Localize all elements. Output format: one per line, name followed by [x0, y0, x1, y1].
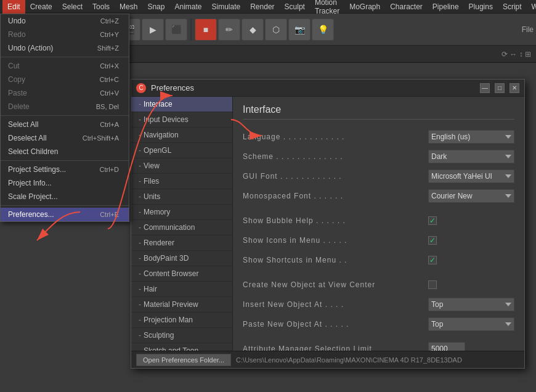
insert-obj-label: Insert New Object At . . . . — [243, 300, 428, 309]
pref-nav-view[interactable]: View — [131, 158, 232, 174]
pref-minimize-btn[interactable]: — — [480, 83, 490, 93]
divider-2 — [1, 115, 129, 116]
paste-obj-select[interactable]: Top — [428, 317, 514, 331]
delete-item[interactable]: Delete BS, Del — [1, 100, 129, 113]
menu-sculpt[interactable]: Sculpt — [280, 0, 310, 14]
insert-obj-row: Insert New Object At . . . . Top — [243, 297, 514, 312]
pref-footer: Open Preferences Folder... C:\Users\Leno… — [131, 351, 524, 368]
pref-nav: InterfaceInput DevicesNavigationOpenGLVi… — [131, 97, 233, 351]
menu-animate[interactable]: Animate — [169, 0, 206, 14]
edit-dropdown: Undo Ctrl+Z Redo Ctrl+Y Undo (Action) Sh… — [0, 14, 129, 222]
icons-menu-row: Show Icons in Menu . . . . . ✓ — [243, 233, 514, 248]
undo-action-item[interactable]: Undo (Action) Shift+Z — [1, 41, 129, 55]
menu-character[interactable]: Character — [385, 0, 428, 14]
gap-1 — [243, 208, 514, 213]
scheme-select[interactable]: Dark — [428, 150, 514, 163]
shortcuts-menu-row: Show Shortcuts in Menu . . ✓ — [243, 253, 514, 267]
select-all-item[interactable]: Select All Ctrl+A — [1, 118, 129, 131]
menu-mograph[interactable]: MoGraph — [344, 0, 385, 14]
menu-mesh[interactable]: Mesh — [115, 0, 142, 14]
bubble-help-checkbox[interactable]: ✓ — [428, 216, 437, 225]
pref-nav-navigation[interactable]: Navigation — [131, 128, 232, 143]
play-btn[interactable]: ▶ — [142, 18, 164, 41]
menu-plugins[interactable]: Plugins — [464, 0, 498, 14]
pref-content: Interface Language . . . . . . . . . . .… — [233, 97, 524, 351]
menu-select[interactable]: Select — [57, 0, 87, 14]
menu-pipeline[interactable]: Pipeline — [428, 0, 464, 14]
mono-font-select[interactable]: Courier New — [428, 189, 514, 203]
menu-simulate[interactable]: Simulate — [207, 0, 246, 14]
menu-bar: Edit Create Select Tools Mesh Snap Anima… — [0, 0, 536, 14]
gui-font-label: GUI Font . . . . . . . . . . . . — [243, 172, 428, 181]
pref-nav-files[interactable]: Files — [131, 174, 232, 189]
light-btn[interactable]: 💡 — [312, 18, 334, 41]
redo-item[interactable]: Redo Ctrl+Y — [1, 28, 129, 41]
gem-btn[interactable]: ◆ — [242, 18, 264, 41]
pref-nav-content-browser[interactable]: Content Browser — [131, 266, 232, 282]
insert-obj-select[interactable]: Top — [428, 298, 514, 311]
pref-maximize-btn[interactable]: □ — [495, 83, 505, 93]
project-settings-item[interactable]: Project Settings... Ctrl+D — [1, 163, 129, 176]
pref-nav-bodypaint-3d[interactable]: BodyPaint 3D — [131, 251, 232, 266]
open-prefs-folder-btn[interactable]: Open Preferences Folder... — [136, 354, 231, 366]
pref-nav-sketch-and-toon[interactable]: Sketch and Toon — [131, 343, 232, 351]
paste-obj-row: Paste New Object At . . . . . Top — [243, 317, 514, 332]
pref-nav-renderer[interactable]: Renderer — [131, 235, 232, 251]
material-btn[interactable]: ⬡ — [265, 18, 287, 41]
attr-limit-row: Attribute Manager Selection Limit — [243, 341, 514, 351]
paste-item[interactable]: Paste Ctrl+V — [1, 86, 129, 100]
language-select[interactable]: English (us) — [428, 130, 514, 144]
pref-nav-projection-man[interactable]: Projection Man — [131, 312, 232, 328]
pref-nav-input-devices[interactable]: Input Devices — [131, 112, 232, 128]
scale-project-item[interactable]: Scale Project... — [1, 190, 129, 203]
preferences-item[interactable]: Preferences... Ctrl+E — [1, 208, 129, 221]
new-obj-center-checkbox[interactable]: ✓ — [428, 280, 437, 289]
menu-tools[interactable]: Tools — [87, 0, 115, 14]
menu-snap[interactable]: Snap — [142, 0, 169, 14]
mono-font-row: Monospaced Font . . . . . . Courier New — [243, 189, 514, 203]
camera-btn[interactable]: 📷 — [288, 18, 311, 41]
gui-font-select[interactable]: Microsoft YaHei UI — [428, 169, 514, 183]
language-row: Language . . . . . . . . . . . . English… — [243, 129, 514, 144]
attr-limit-input[interactable] — [428, 342, 465, 351]
pref-window-controls: — □ ✕ — [480, 83, 519, 93]
menu-create[interactable]: Create — [25, 0, 57, 14]
render-btn[interactable]: ⬛ — [165, 18, 187, 41]
project-info-item[interactable]: Project Info... — [1, 176, 129, 190]
language-control: English (us) — [428, 130, 514, 144]
new-obj-center-control: ✓ — [428, 280, 514, 289]
pref-nav-hair[interactable]: Hair — [131, 282, 232, 297]
shortcuts-menu-label: Show Shortcuts in Menu . . — [243, 256, 428, 264]
pref-nav-sculpting[interactable]: Sculpting — [131, 328, 232, 343]
shortcuts-menu-checkbox[interactable]: ✓ — [428, 256, 437, 264]
cube-btn[interactable]: ■ — [195, 18, 217, 41]
shortcuts-menu-control: ✓ — [428, 256, 514, 264]
copy-item[interactable]: Copy Ctrl+C — [1, 73, 129, 86]
select-children-item[interactable]: Select Children — [1, 145, 129, 158]
menu-win[interactable]: Win — [527, 0, 536, 14]
scheme-control: Dark — [428, 150, 514, 163]
pref-nav-memory[interactable]: Memory — [131, 205, 232, 220]
icons-menu-control: ✓ — [428, 236, 514, 245]
pref-nav-opengl[interactable]: OpenGL — [131, 143, 232, 158]
cut-item[interactable]: Cut Ctrl+X — [1, 59, 129, 73]
menu-motion-tracker[interactable]: Motion Tracker — [310, 0, 344, 14]
new-obj-center-row: Create New Object at View Center ✓ — [243, 277, 514, 292]
pen-btn[interactable]: ✏ — [218, 18, 240, 41]
pref-close-btn[interactable]: ✕ — [510, 83, 519, 93]
language-label: Language . . . . . . . . . . . . — [243, 133, 428, 141]
icons-menu-checkbox[interactable]: ✓ — [428, 236, 437, 245]
paste-obj-label: Paste New Object At . . . . . — [243, 320, 428, 329]
menu-edit[interactable]: Edit — [2, 0, 25, 14]
pref-nav-units[interactable]: Units — [131, 189, 232, 205]
pref-nav-interface[interactable]: Interface — [131, 97, 232, 112]
undo-item[interactable]: Undo Ctrl+Z — [1, 14, 129, 28]
deselect-all-item[interactable]: Deselect All Ctrl+Shift+A — [1, 131, 129, 145]
pref-content-title: Interface — [243, 104, 514, 120]
pref-nav-material-preview[interactable]: Material Preview — [131, 297, 232, 312]
view-controls: ⟳ ↔ ↕ ⊞ — [501, 50, 531, 59]
divider-4 — [1, 205, 129, 206]
menu-render[interactable]: Render — [245, 0, 279, 14]
menu-script[interactable]: Script — [498, 0, 527, 14]
pref-nav-communication[interactable]: Communication — [131, 220, 232, 235]
